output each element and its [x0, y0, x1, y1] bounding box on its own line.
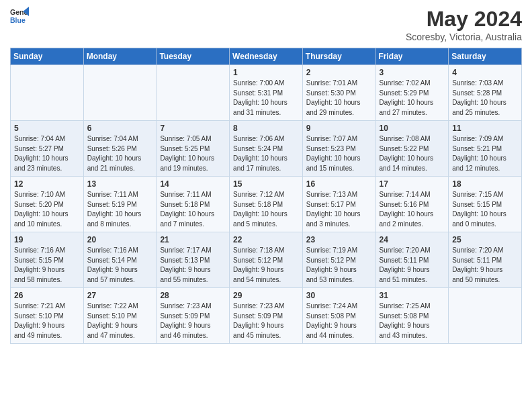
day-info: Sunrise: 7:23 AM Sunset: 5:09 PM Dayligh… — [160, 302, 226, 340]
day-number: 27 — [87, 291, 153, 300]
day-info: Sunrise: 7:21 AM Sunset: 5:10 PM Dayligh… — [14, 302, 80, 340]
day-number: 18 — [452, 179, 518, 189]
calendar-cell: 12Sunrise: 7:10 AM Sunset: 5:20 PM Dayli… — [11, 177, 84, 232]
day-info: Sunrise: 7:20 AM Sunset: 5:11 PM Dayligh… — [380, 246, 445, 285]
calendar-cell: 27Sunrise: 7:22 AM Sunset: 5:10 PM Dayli… — [83, 288, 157, 344]
calendar-cell: 14Sunrise: 7:11 AM Sunset: 5:18 PM Dayli… — [157, 177, 230, 232]
day-number: 30 — [306, 291, 372, 300]
calendar-cell: 8Sunrise: 7:06 AM Sunset: 5:24 PM Daylig… — [230, 121, 303, 177]
calendar-cell: 31Sunrise: 7:25 AM Sunset: 5:08 PM Dayli… — [375, 288, 449, 344]
day-number: 19 — [14, 235, 80, 244]
day-info: Sunrise: 7:25 AM Sunset: 5:08 PM Dayligh… — [380, 302, 445, 340]
calendar-cell: 30Sunrise: 7:24 AM Sunset: 5:08 PM Dayli… — [302, 288, 375, 344]
title-block: May 2024 Scoresby, Victoria, Australia — [406, 7, 522, 42]
day-info: Sunrise: 7:09 AM Sunset: 5:21 PM Dayligh… — [452, 134, 518, 173]
day-info: Sunrise: 7:14 AM Sunset: 5:16 PM Dayligh… — [380, 190, 445, 229]
day-info: Sunrise: 7:23 AM Sunset: 5:09 PM Dayligh… — [233, 302, 299, 340]
calendar-cell: 13Sunrise: 7:11 AM Sunset: 5:19 PM Dayli… — [83, 177, 157, 232]
day-number: 14 — [160, 179, 226, 189]
day-header-thursday: Thursday — [302, 48, 375, 65]
week-row-1: 1Sunrise: 7:00 AM Sunset: 5:31 PM Daylig… — [11, 65, 522, 121]
calendar-cell: 2Sunrise: 7:01 AM Sunset: 5:30 PM Daylig… — [302, 65, 375, 121]
day-info: Sunrise: 7:01 AM Sunset: 5:30 PM Dayligh… — [306, 79, 372, 118]
calendar-cell: 4Sunrise: 7:03 AM Sunset: 5:28 PM Daylig… — [449, 65, 522, 121]
day-header-tuesday: Tuesday — [157, 48, 230, 65]
day-info: Sunrise: 7:06 AM Sunset: 5:24 PM Dayligh… — [233, 134, 299, 173]
day-info: Sunrise: 7:00 AM Sunset: 5:31 PM Dayligh… — [233, 79, 299, 118]
day-number: 2 — [306, 68, 372, 77]
calendar-cell — [157, 65, 230, 121]
calendar-table: SundayMondayTuesdayWednesdayThursdayFrid… — [10, 48, 522, 344]
day-info: Sunrise: 7:17 AM Sunset: 5:13 PM Dayligh… — [160, 246, 226, 285]
day-info: Sunrise: 7:08 AM Sunset: 5:22 PM Dayligh… — [380, 134, 445, 173]
day-number: 22 — [233, 235, 299, 244]
day-number: 17 — [380, 179, 445, 189]
page-container: General Blue May 2024 Scoresby, Victoria… — [0, 0, 532, 354]
calendar-cell: 23Sunrise: 7:19 AM Sunset: 5:12 PM Dayli… — [302, 232, 375, 288]
calendar-cell: 26Sunrise: 7:21 AM Sunset: 5:10 PM Dayli… — [11, 288, 84, 344]
day-info: Sunrise: 7:04 AM Sunset: 5:27 PM Dayligh… — [14, 134, 80, 173]
day-number: 5 — [14, 124, 80, 133]
svg-text:Blue: Blue — [10, 16, 26, 24]
calendar-cell: 28Sunrise: 7:23 AM Sunset: 5:09 PM Dayli… — [157, 288, 230, 344]
day-number: 29 — [233, 291, 299, 300]
day-info: Sunrise: 7:16 AM Sunset: 5:15 PM Dayligh… — [14, 246, 80, 285]
calendar-cell: 17Sunrise: 7:14 AM Sunset: 5:16 PM Dayli… — [375, 177, 449, 232]
day-info: Sunrise: 7:02 AM Sunset: 5:29 PM Dayligh… — [380, 79, 445, 118]
calendar-cell: 1Sunrise: 7:00 AM Sunset: 5:31 PM Daylig… — [230, 65, 303, 121]
day-number: 3 — [380, 68, 445, 77]
day-info: Sunrise: 7:24 AM Sunset: 5:08 PM Dayligh… — [306, 302, 372, 340]
logo-icon: General Blue — [10, 7, 29, 26]
header: General Blue May 2024 Scoresby, Victoria… — [10, 7, 522, 42]
day-number: 12 — [14, 179, 80, 189]
calendar-cell — [11, 65, 84, 121]
location-subtitle: Scoresby, Victoria, Australia — [406, 32, 522, 42]
calendar-cell: 19Sunrise: 7:16 AM Sunset: 5:15 PM Dayli… — [11, 232, 84, 288]
day-header-monday: Monday — [83, 48, 157, 65]
day-number: 31 — [380, 291, 445, 300]
day-number: 24 — [380, 235, 445, 244]
calendar-cell: 22Sunrise: 7:18 AM Sunset: 5:12 PM Dayli… — [230, 232, 303, 288]
day-info: Sunrise: 7:15 AM Sunset: 5:15 PM Dayligh… — [452, 190, 518, 229]
calendar-cell: 9Sunrise: 7:07 AM Sunset: 5:23 PM Daylig… — [302, 121, 375, 177]
day-header-sunday: Sunday — [11, 48, 84, 65]
calendar-cell: 5Sunrise: 7:04 AM Sunset: 5:27 PM Daylig… — [11, 121, 84, 177]
day-info: Sunrise: 7:22 AM Sunset: 5:10 PM Dayligh… — [87, 302, 153, 340]
day-number: 7 — [160, 124, 226, 133]
calendar-cell: 16Sunrise: 7:13 AM Sunset: 5:17 PM Dayli… — [302, 177, 375, 232]
day-info: Sunrise: 7:18 AM Sunset: 5:12 PM Dayligh… — [233, 246, 299, 285]
day-info: Sunrise: 7:10 AM Sunset: 5:20 PM Dayligh… — [14, 190, 80, 229]
day-info: Sunrise: 7:07 AM Sunset: 5:23 PM Dayligh… — [306, 134, 372, 173]
calendar-cell: 11Sunrise: 7:09 AM Sunset: 5:21 PM Dayli… — [449, 121, 522, 177]
day-info: Sunrise: 7:04 AM Sunset: 5:26 PM Dayligh… — [87, 134, 153, 173]
days-header-row: SundayMondayTuesdayWednesdayThursdayFrid… — [11, 48, 522, 65]
day-info: Sunrise: 7:05 AM Sunset: 5:25 PM Dayligh… — [160, 134, 226, 173]
calendar-cell: 15Sunrise: 7:12 AM Sunset: 5:18 PM Dayli… — [230, 177, 303, 232]
week-row-5: 26Sunrise: 7:21 AM Sunset: 5:10 PM Dayli… — [11, 288, 522, 344]
day-info: Sunrise: 7:03 AM Sunset: 5:28 PM Dayligh… — [452, 79, 518, 118]
calendar-cell: 3Sunrise: 7:02 AM Sunset: 5:29 PM Daylig… — [375, 65, 449, 121]
day-info: Sunrise: 7:16 AM Sunset: 5:14 PM Dayligh… — [87, 246, 153, 285]
day-info: Sunrise: 7:11 AM Sunset: 5:18 PM Dayligh… — [160, 190, 226, 229]
month-title: May 2024 — [406, 7, 522, 32]
day-info: Sunrise: 7:19 AM Sunset: 5:12 PM Dayligh… — [306, 246, 372, 285]
calendar-cell: 29Sunrise: 7:23 AM Sunset: 5:09 PM Dayli… — [230, 288, 303, 344]
calendar-cell: 18Sunrise: 7:15 AM Sunset: 5:15 PM Dayli… — [449, 177, 522, 232]
day-header-saturday: Saturday — [449, 48, 522, 65]
day-header-friday: Friday — [375, 48, 449, 65]
day-info: Sunrise: 7:13 AM Sunset: 5:17 PM Dayligh… — [306, 190, 372, 229]
day-number: 11 — [452, 124, 518, 133]
week-row-2: 5Sunrise: 7:04 AM Sunset: 5:27 PM Daylig… — [11, 121, 522, 177]
day-number: 28 — [160, 291, 226, 300]
day-number: 21 — [160, 235, 226, 244]
calendar-cell — [83, 65, 157, 121]
day-number: 10 — [380, 124, 445, 133]
week-row-3: 12Sunrise: 7:10 AM Sunset: 5:20 PM Dayli… — [11, 177, 522, 232]
day-info: Sunrise: 7:11 AM Sunset: 5:19 PM Dayligh… — [87, 190, 153, 229]
calendar-cell: 20Sunrise: 7:16 AM Sunset: 5:14 PM Dayli… — [83, 232, 157, 288]
day-number: 20 — [87, 235, 153, 244]
calendar-cell: 7Sunrise: 7:05 AM Sunset: 5:25 PM Daylig… — [157, 121, 230, 177]
day-number: 9 — [306, 124, 372, 133]
day-number: 4 — [452, 68, 518, 77]
day-number: 1 — [233, 68, 299, 77]
